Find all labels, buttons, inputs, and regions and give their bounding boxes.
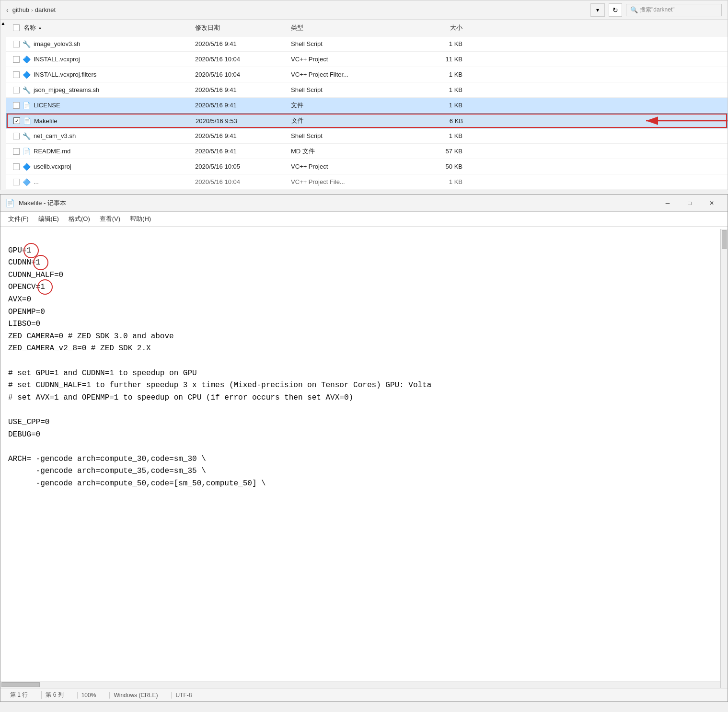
scrollbar-h-thumb[interactable] — [1, 682, 40, 687]
line-openmp: OPENMP=0 — [8, 308, 45, 316]
nav-arrow-left[interactable]: ‹ — [6, 6, 9, 14]
line-use-cpp: USE_CPP=0 — [8, 418, 49, 426]
file-name: INSTALL.vcxproj — [34, 56, 80, 63]
line-blank2 — [8, 405, 13, 414]
line-blank3 — [8, 442, 13, 451]
notepad-title: Makefile - 记事本 — [19, 199, 66, 207]
vertical-scrollbar[interactable] — [720, 229, 728, 688]
line-opencv: OPENCV=1 — [8, 283, 45, 291]
file-icon: 📄 — [23, 148, 31, 155]
search-placeholder[interactable]: 搜索"darknet" — [640, 6, 675, 14]
breadcrumb-sep1: › — [31, 7, 33, 13]
close-button[interactable]: ✕ — [701, 195, 723, 212]
circled-gpu-value: 1 — [26, 245, 31, 257]
file-name: README.md — [34, 148, 70, 155]
file-icon: 📄 — [23, 117, 31, 125]
file-row[interactable]: 🔷 ... 2020/5/16 10:04 VC++ Project File.… — [6, 174, 728, 190]
file-row-license[interactable]: 📄 LICENSE 2020/5/16 9:41 文件 1 KB — [6, 98, 728, 113]
file-size: 1 KB — [408, 176, 465, 187]
col-header-date[interactable]: 修改日期 — [192, 22, 288, 34]
file-date: 2020/5/16 9:41 — [192, 38, 288, 49]
file-name-cell: 🔷 ... — [10, 176, 192, 188]
file-checkbox[interactable] — [13, 102, 20, 109]
scrollbar-thumb[interactable] — [722, 230, 727, 249]
breadcrumb-darknet[interactable]: darknet — [35, 6, 56, 13]
file-row-makefile[interactable]: ✓ 📄 Makefile 2020/5/16 9:53 文件 6 KB — [6, 113, 728, 128]
menu-edit[interactable]: 编辑(E) — [35, 213, 63, 225]
menu-view[interactable]: 查看(V) — [96, 213, 124, 225]
file-checkbox-makefile[interactable]: ✓ — [13, 117, 20, 124]
file-type: VC++ Project File... — [288, 176, 408, 187]
status-line: 第 1 行 — [6, 691, 32, 699]
notepad-menubar: 文件(F) 编辑(E) 格式(O) 查看(V) 帮助(H) — [0, 212, 728, 227]
file-size: 6 KB — [408, 115, 466, 126]
file-row[interactable]: 🔧 net_cam_v3.sh 2020/5/16 9:41 Shell Scr… — [6, 128, 728, 144]
file-type: MD 文件 — [288, 145, 408, 158]
col-checkbox-all[interactable] — [13, 24, 20, 31]
notepad-statusbar: 第 1 行 第 6 列 100% Windows (CRLE) UTF-8 — [0, 688, 728, 701]
file-checkbox[interactable] — [13, 133, 20, 139]
file-checkbox[interactable] — [13, 179, 20, 185]
file-name: INSTALL.vcxproj.filters — [34, 71, 96, 78]
file-checkbox[interactable] — [13, 148, 20, 155]
file-checkbox[interactable] — [13, 87, 20, 93]
line-arch3: -gencode arch=compute_50,code=[sm_50,com… — [8, 479, 266, 488]
col-header-type[interactable]: 类型 — [288, 22, 408, 34]
menu-format[interactable]: 格式(O) — [65, 213, 94, 225]
file-name-cell: ✓ 📄 Makefile — [11, 115, 193, 126]
file-type: Shell Script — [288, 84, 408, 95]
file-row[interactable]: 🔷 INSTALL.vcxproj.filters 2020/5/16 10:0… — [6, 67, 728, 82]
col-header-size[interactable]: 大小 — [408, 22, 465, 34]
chevron-down-icon[interactable]: ▾ — [596, 7, 599, 13]
file-size: 57 KB — [408, 146, 465, 157]
minimize-icon: ─ — [666, 200, 670, 207]
file-checkbox[interactable] — [13, 41, 20, 47]
file-row[interactable]: 🔷 uselib.vcxproj 2020/5/16 10:05 VC++ Pr… — [6, 159, 728, 174]
file-type: 文件 — [288, 99, 408, 112]
file-type: 文件 — [289, 115, 408, 127]
scroll-up-icon[interactable]: ▲ — [1, 21, 6, 26]
file-size: 50 KB — [408, 161, 465, 172]
file-name-cell: 🔧 image_yolov3.sh — [10, 38, 192, 50]
file-row[interactable]: 🔧 image_yolov3.sh 2020/5/16 9:41 Shell S… — [6, 36, 728, 52]
maximize-icon: □ — [688, 200, 691, 207]
file-checkbox[interactable] — [13, 71, 20, 78]
maximize-button[interactable]: □ — [679, 195, 701, 212]
line-libso: LIBSO=0 — [8, 320, 40, 328]
notepad-content[interactable]: GPU=1 CUDNN=1 CUDNN_HALF=0 OPENCV=1 AVX=… — [0, 227, 728, 696]
status-col: 第 6 列 — [41, 691, 67, 699]
search-box: 🔍 搜索"darknet" — [626, 4, 722, 16]
line-debug: DEBUG=0 — [8, 430, 40, 439]
line-avx: AVX=0 — [8, 295, 31, 304]
file-row[interactable]: 🔧 json_mjpeg_streams.sh 2020/5/16 9:41 S… — [6, 82, 728, 98]
line-zed-camera-v2: ZED_CAMERA_v2_8=0 # ZED SDK 2.X — [8, 344, 151, 353]
file-checkbox[interactable] — [13, 163, 20, 170]
minimize-button[interactable]: ─ — [657, 195, 679, 212]
file-icon: 📄 — [23, 102, 31, 109]
horizontal-scrollbar[interactable] — [0, 681, 720, 688]
menu-help[interactable]: 帮助(H) — [126, 213, 155, 225]
refresh-button[interactable]: ↻ — [609, 3, 622, 17]
file-name-cell: 🔧 net_cam_v3.sh — [10, 130, 192, 142]
file-row[interactable]: 🔷 INSTALL.vcxproj 2020/5/16 10:04 VC++ P… — [6, 52, 728, 67]
line-cudnn-half: CUDNN_HALF=0 — [8, 271, 63, 279]
col-header-name[interactable]: 名称 ▲ — [10, 22, 192, 34]
explorer-body: ▲ 名称 ▲ 修改日期 类型 大小 🔧 image_yolov3 — [0, 20, 728, 190]
line-comment-avx: # set AVX=1 and OPENMP=1 to speedup on C… — [8, 393, 353, 402]
file-date: 2020/5/16 9:53 — [193, 115, 289, 126]
close-icon: ✕ — [709, 200, 714, 207]
line-comment-gpu: # set GPU=1 and CUDNN=1 to speedup on GP… — [8, 369, 197, 378]
file-type: Shell Script — [288, 38, 408, 49]
file-date: 2020/5/16 9:41 — [192, 100, 288, 111]
file-name: ... — [34, 178, 39, 185]
line-blank1 — [8, 356, 13, 365]
refresh-icon: ↻ — [612, 6, 618, 14]
file-checkbox[interactable] — [13, 56, 20, 63]
file-icon: 🔧 — [23, 86, 31, 94]
line-cudnn: CUDNN=1 — [8, 258, 40, 267]
file-row[interactable]: 📄 README.md 2020/5/16 9:41 MD 文件 57 KB — [6, 144, 728, 159]
file-name-cell: 📄 README.md — [10, 146, 192, 157]
menu-file[interactable]: 文件(F) — [4, 213, 33, 225]
file-date: 2020/5/16 9:41 — [192, 84, 288, 95]
breadcrumb-github[interactable]: github — [12, 6, 29, 13]
